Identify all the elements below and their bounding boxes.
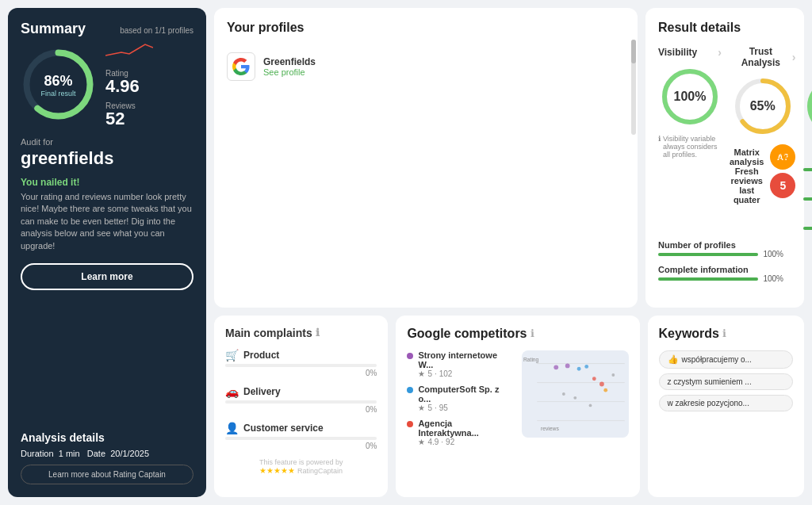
keyword-2-text: z czystym sumieniem ... bbox=[668, 377, 752, 386]
complaint-product: 🛒 Product 0% bbox=[225, 349, 377, 377]
svg-point-19 bbox=[562, 392, 565, 396]
complete-info-value: 100% bbox=[763, 274, 783, 283]
competitor-3-dot bbox=[407, 421, 413, 427]
analysis-details-section: Analysis details Duration 1 min Date 20/… bbox=[21, 431, 193, 484]
learn-more-button[interactable]: Learn more bbox=[21, 263, 193, 290]
google-icon bbox=[227, 52, 255, 81]
keyword-1: 👍 współpracujemy o... bbox=[659, 350, 793, 369]
keywords-panel: Keywords ℹ 👍 współpracujemy o... z czyst… bbox=[648, 316, 804, 498]
keyword-3: w zakresie pozycjono... bbox=[659, 395, 793, 411]
replying-metric: Replying to reviews 98% bbox=[803, 144, 812, 174]
competitors-info-icon: ℹ bbox=[530, 327, 534, 339]
competitor-3-name: Agencja Interaktywna... bbox=[418, 419, 514, 438]
company-name: greenfields bbox=[21, 148, 193, 169]
fresh-item: Fresh reviews last quater 5 bbox=[730, 166, 795, 205]
competitor-2: ComputerSoft Sp. z o... ★5·95 bbox=[407, 384, 514, 412]
competitor-2-name: ComputerSoft Sp. z o... bbox=[418, 384, 514, 404]
product-label: Product bbox=[243, 350, 377, 361]
visibility-card: Visibility › 100% ℹ Visibility variable … bbox=[658, 46, 722, 232]
nailed-it-label: You nailed it! bbox=[21, 177, 193, 188]
competitor-2-stats: ★5·95 bbox=[418, 404, 514, 412]
svg-point-21 bbox=[589, 404, 592, 407]
complaint-customer-service: 👤 Customer service 0% bbox=[225, 422, 377, 450]
competitor-2-dot bbox=[407, 387, 413, 393]
competitor-1-dot bbox=[407, 353, 413, 359]
svg-point-14 bbox=[565, 363, 570, 368]
svg-point-22 bbox=[603, 388, 607, 392]
trust-chevron[interactable]: › bbox=[792, 51, 796, 63]
google-competitors-panel: Google competitors ℹ Strony internetowe … bbox=[396, 316, 639, 498]
date-label: Date bbox=[87, 449, 105, 458]
rating-value: 4.96 bbox=[105, 78, 153, 95]
complaint-delivery: 🚗 Delivery 0% bbox=[225, 385, 377, 414]
profiles-value: 100% bbox=[763, 250, 783, 258]
customer-service-label: Customer service bbox=[243, 423, 377, 434]
quality-card: Quality of reviews › 94% Replying to rev… bbox=[803, 46, 812, 232]
complete-info-label: Complete information bbox=[658, 265, 783, 274]
learn-captain-button[interactable]: Learn more about Rating Captain bbox=[21, 465, 193, 484]
svg-point-15 bbox=[577, 366, 581, 370]
visibility-note: ℹ Visibility variable always considers a… bbox=[658, 135, 722, 159]
profile-name: Greenfields bbox=[263, 56, 316, 67]
product-pct: 0% bbox=[225, 369, 377, 377]
feedback-metric: Customer feedback 85% bbox=[803, 174, 812, 203]
see-profile-link[interactable]: See profile bbox=[263, 67, 316, 77]
competitor-3: Agencja Interaktywna... ★4.9·92 bbox=[407, 419, 514, 446]
trust-chart: 65% bbox=[731, 75, 795, 138]
final-result-chart: 86% Final result bbox=[21, 47, 96, 122]
result-details-title: Result details bbox=[658, 21, 791, 35]
svg-point-17 bbox=[592, 377, 596, 381]
final-label: Final result bbox=[40, 89, 75, 97]
profiles-title: Your profiles bbox=[227, 21, 625, 35]
your-profiles-panel: Your profiles Greenfields See profile bbox=[214, 8, 638, 308]
profiles-label: Number of profiles bbox=[658, 240, 783, 250]
product-icon: 🛒 bbox=[225, 349, 239, 362]
quality-title: Quality of reviews bbox=[803, 46, 812, 68]
competitors-chart: Rating bbox=[522, 350, 629, 438]
nailed-text: Your rating and reviews number look pret… bbox=[21, 191, 193, 252]
trust-title: Trust Analysis bbox=[730, 46, 792, 68]
svg-point-23 bbox=[611, 373, 615, 377]
summary-panel: Summary based on 1/1 profiles 86% Final … bbox=[8, 8, 206, 497]
competitor-1-name: Strony internetowe W... bbox=[418, 350, 514, 369]
svg-point-18 bbox=[599, 381, 604, 386]
keyword-3-text: w zakresie pozycjono... bbox=[668, 399, 749, 407]
result-details-panel: Result details Visibility › 100% ℹ Vis bbox=[645, 8, 804, 308]
delivery-pct: 0% bbox=[225, 405, 377, 414]
final-percent: 86% bbox=[40, 72, 75, 89]
visibility-title: Visibility bbox=[658, 47, 697, 58]
delivery-label: Delivery bbox=[243, 386, 377, 397]
customer-service-pct: 0% bbox=[225, 442, 377, 450]
trust-card: Trust Analysis › 65% Matrix analysis A? bbox=[730, 46, 795, 232]
complaints-info-icon: ℹ bbox=[316, 327, 320, 339]
audit-label: Audit for bbox=[21, 137, 193, 147]
profile-item: Greenfields See profile bbox=[227, 46, 625, 87]
svg-text:Rating: Rating bbox=[523, 356, 539, 362]
keyword-2: z czystym sumieniem ... bbox=[659, 373, 793, 390]
svg-point-13 bbox=[553, 365, 558, 369]
delivery-icon: 🚗 bbox=[225, 385, 239, 398]
competitors-content: Strony internetowe W... ★5·102 ComputerS… bbox=[407, 350, 628, 453]
visibility-chevron[interactable]: › bbox=[718, 46, 722, 59]
keywords-title: Keywords bbox=[659, 327, 719, 341]
keyword-1-text: współpracujemy o... bbox=[682, 355, 752, 364]
duration-date: Duration 1 min Date 20/1/2025 bbox=[21, 449, 193, 458]
competitor-3-stats: ★4.9·92 bbox=[418, 438, 514, 446]
svg-point-16 bbox=[584, 364, 588, 368]
fresh-badge: 5 bbox=[770, 173, 795, 198]
fresh-label: Fresh reviews last quater bbox=[730, 166, 764, 205]
duration-value: 1 min bbox=[59, 449, 80, 458]
competitors-title: Google competitors bbox=[407, 327, 527, 341]
thumb-1-icon: 👍 bbox=[668, 354, 679, 365]
reviews-value: 52 bbox=[105, 110, 153, 128]
complaints-title: Main complaints ℹ bbox=[225, 327, 377, 339]
main-complaints-panel: Main complaints ℹ 🛒 Product 0% 🚗 Deliver… bbox=[214, 316, 388, 498]
tone-metric: Tone of expression 100% bbox=[803, 203, 812, 232]
visibility-chart: 100% bbox=[658, 65, 722, 128]
trust-value: 65% bbox=[750, 99, 776, 113]
competitor-1: Strony internetowe W... ★5·102 bbox=[407, 350, 514, 378]
quality-chart: 94% bbox=[803, 75, 812, 138]
analysis-title: Analysis details bbox=[21, 431, 193, 444]
svg-text:reviews: reviews bbox=[541, 426, 559, 431]
svg-point-20 bbox=[573, 396, 576, 399]
